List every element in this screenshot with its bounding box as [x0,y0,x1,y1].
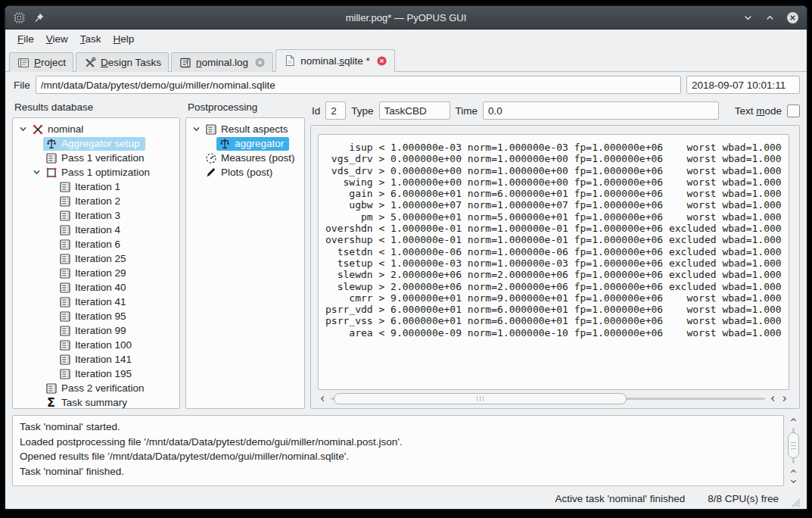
splitter-left[interactable] [180,99,185,409]
minimize-button[interactable] [742,12,754,23]
tree-item-content[interactable]: Iteration 41 [57,295,132,309]
resize-grip[interactable] [791,498,801,507]
expand-chevron-icon[interactable] [17,125,30,133]
maximize-button[interactable] [764,12,776,23]
tree-item-label: Iteration 100 [75,339,132,351]
menu-help[interactable]: Help [107,31,141,47]
selected-tree-item[interactable]: Aggregator setup [43,137,145,151]
time-input[interactable] [483,101,719,120]
list-icon [45,152,58,164]
expand-chevron-icon[interactable] [190,125,203,133]
results-database-panel: Results database nominalAggregator setup… [12,99,180,409]
gauge-icon [204,152,217,164]
tree-item-measures-post[interactable]: Measures (post) [188,151,303,165]
horizontal-scrollbar-thumb[interactable] [334,393,627,404]
record-text-view[interactable]: isup < 1.000000e-03 norm=1.000000e-03 fp… [318,134,789,390]
scroll-right-button[interactable] [780,395,789,403]
tree-item-iteration-95[interactable]: Iteration 95 [14,309,178,323]
text-mode-checkbox[interactable] [787,105,800,117]
close-window-button[interactable] [786,11,799,24]
menu-task[interactable]: Task [74,31,107,47]
log-vertical-scrollbar[interactable] [787,415,800,486]
tree-item-label: Iteration 41 [75,296,126,307]
tree-item-iteration-100[interactable]: Iteration 100 [14,338,178,352]
list-icon [58,253,71,265]
tree-item-iteration-2[interactable]: Iteration 2 [14,194,178,208]
menu-view[interactable]: View [40,31,74,47]
pin-icon[interactable] [33,12,45,23]
tree-item-plots-post[interactable]: Plots (post) [188,165,303,179]
tree-item-content[interactable]: Measures (post) [203,151,300,165]
tree-item-content[interactable]: Iteration 95 [57,310,132,323]
tree-item-iteration-6[interactable]: Iteration 6 [14,237,178,251]
tree-item-iteration-141[interactable]: Iteration 141 [14,352,178,367]
tree-item-nominal[interactable]: nominal [14,122,178,136]
tree-item-content[interactable]: Iteration 40 [57,281,132,295]
tree-item-content[interactable]: Pass 1 verification [43,151,150,165]
tree-item-iteration-25[interactable]: Iteration 25 [14,251,178,266]
expand-chevron-icon[interactable] [30,168,43,176]
tree-item-iteration-4[interactable]: Iteration 4 [14,223,178,237]
tree-item-pass-1-verification[interactable]: Pass 1 verification [14,151,178,165]
tree-item-content[interactable]: Pass 2 verification [43,382,150,395]
log-scrollbar-track[interactable] [788,426,799,465]
tree-item-content[interactable]: Iteration 1 [57,180,126,194]
tree-item-content[interactable]: Iteration 141 [57,353,137,367]
tree-item-content[interactable]: Pass 1 optimization [43,166,155,179]
log-scroll-up-button[interactable] [789,416,798,424]
tab-nominal-log[interactable]: nominal.log [171,52,273,72]
tree-item-pass-1-optimization[interactable]: Pass 1 optimization [14,165,178,179]
id-input[interactable] [325,101,346,120]
splitter-right[interactable] [305,99,310,409]
tree-item-content[interactable]: Iteration 100 [57,339,137,352]
tree-item-content[interactable]: Iteration 99 [57,324,132,338]
log-box[interactable]: Task 'nominal' started. Loaded postproce… [12,415,784,486]
menu-file[interactable]: File [11,31,40,47]
tree-item-content[interactable]: Iteration 29 [57,267,132,280]
tree-item-task-summary[interactable]: ΣTask summary [14,395,178,409]
tab-nominal-sqlite[interactable]: nominal.sqlite * [275,49,395,72]
tree-item-content[interactable]: Result aspects [203,123,294,136]
list-icon [58,239,71,251]
horizontal-scrollbar-track[interactable] [329,393,767,404]
tab-close-button[interactable] [254,57,266,68]
log-scroll-down-button[interactable] [789,477,798,485]
log-scrollbar-thumb[interactable] [788,432,799,458]
scroll-left-button[interactable] [319,395,327,403]
tab-project[interactable]: Project [9,52,73,72]
log-scroll-up-button-2[interactable] [789,467,798,476]
type-input[interactable] [379,101,450,120]
horizontal-scrollbar[interactable] [318,392,789,405]
tab-design-tasks[interactable]: Design Tasks [76,52,169,72]
tree-item-content[interactable]: Plots (post) [203,166,278,179]
tree-item-iteration-195[interactable]: Iteration 195 [14,367,178,381]
tree-item-iteration-40[interactable]: Iteration 40 [14,280,178,295]
file-path-input[interactable] [36,76,681,94]
tree-item-iteration-1[interactable]: Iteration 1 [14,179,178,194]
tree-item-content[interactable]: nominal [30,123,89,136]
tree-item-content[interactable]: Iteration 25 [57,252,132,266]
selected-tree-item[interactable]: aggregator [216,137,289,151]
tree-item-iteration-3[interactable]: Iteration 3 [14,208,178,223]
tree-item-content[interactable]: ΣTask summary [43,396,132,410]
file-timestamp-input[interactable] [686,76,800,94]
tree-item-content[interactable]: Iteration 195 [57,367,137,381]
tab-close-button[interactable] [376,55,387,67]
tree-item-content[interactable]: Iteration 4 [57,223,126,237]
horizontal-scroll-end-buttons [769,395,789,403]
tree-item-aggregator-setup[interactable]: Aggregator setup [14,136,178,151]
results-database-tree[interactable]: nominalAggregator setupPass 1 verificati… [12,117,180,409]
tree-item-iteration-99[interactable]: Iteration 99 [14,323,178,338]
tree-item-content[interactable]: Iteration 6 [57,238,126,251]
tree-item-content[interactable]: Iteration 2 [57,195,126,208]
tree-item-iteration-29[interactable]: Iteration 29 [14,266,178,280]
tree-item-aggregator[interactable]: aggregator [188,136,303,151]
titlebar[interactable]: miller.pog* — PyOPUS GUI [5,6,807,30]
tree-item-content[interactable]: Iteration 3 [57,209,126,223]
scroll-left-button-2[interactable] [769,395,777,403]
text-mode-label: Text mode [735,105,782,117]
tree-item-result-aspects[interactable]: Result aspects [188,122,303,136]
tree-item-pass-2-verification[interactable]: Pass 2 verification [14,381,178,395]
tree-item-iteration-41[interactable]: Iteration 41 [14,295,178,309]
postprocessing-tree[interactable]: Result aspectsaggregatorMeasures (post)P… [185,117,305,409]
